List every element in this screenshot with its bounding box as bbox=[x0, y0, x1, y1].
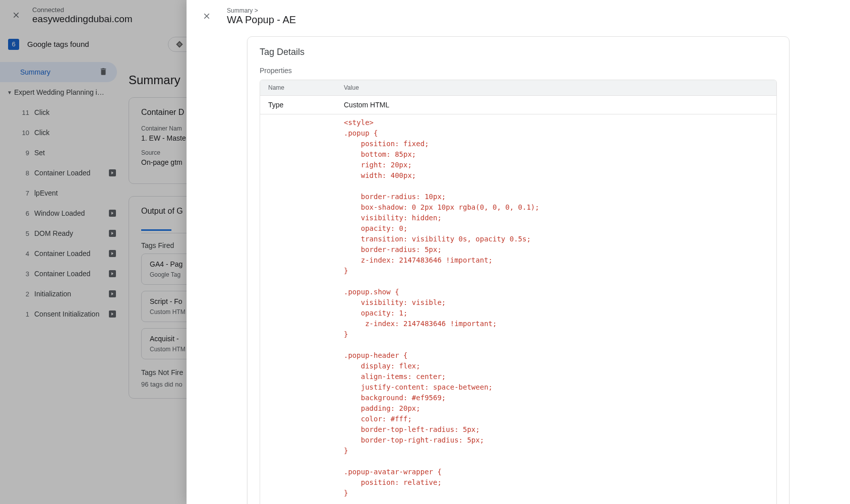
th-value: Value bbox=[344, 84, 768, 91]
cell-value: Custom HTML bbox=[344, 101, 768, 109]
cell-name: Type bbox=[268, 101, 344, 109]
modal-backdrop[interactable] bbox=[0, 0, 187, 504]
tag-details-card: Tag Details Properties Name Value Type C… bbox=[247, 36, 790, 504]
panel-title: WA Popup - AE bbox=[227, 14, 296, 26]
th-name: Name bbox=[268, 84, 344, 91]
tag-detail-panel: Summary > WA Popup - AE Tag Details Prop… bbox=[187, 0, 850, 504]
table-row: Type Custom HTML bbox=[260, 95, 776, 114]
properties-label: Properties bbox=[260, 67, 777, 75]
properties-table: Name Value Type Custom HTML <style> .pop… bbox=[260, 80, 777, 504]
close-icon[interactable] bbox=[197, 6, 217, 26]
code-value: <style> .popup { position: fixed; bottom… bbox=[344, 117, 539, 504]
breadcrumb[interactable]: Summary > bbox=[227, 7, 296, 14]
table-row: <style> .popup { position: fixed; bottom… bbox=[260, 114, 776, 504]
tag-details-title: Tag Details bbox=[260, 47, 777, 57]
